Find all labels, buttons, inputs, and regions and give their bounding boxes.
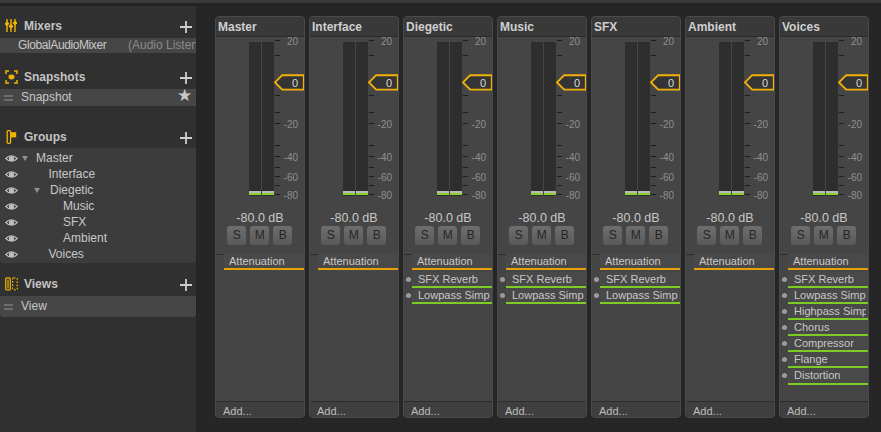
svg-text:0: 0 (668, 77, 674, 89)
svg-text:0: 0 (386, 77, 392, 89)
svg-text:0: 0 (762, 77, 768, 89)
svg-text:0: 0 (480, 77, 486, 89)
svg-text:0: 0 (292, 77, 298, 89)
svg-text:0: 0 (856, 77, 862, 89)
svg-text:0: 0 (574, 77, 580, 89)
